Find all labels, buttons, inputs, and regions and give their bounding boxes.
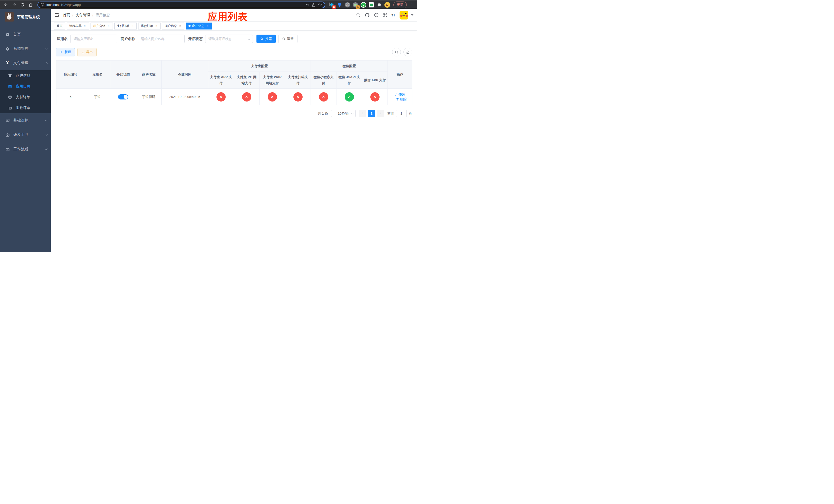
browser-update-button[interactable]: 更新: [393, 2, 407, 8]
edit-link[interactable]: 修改: [395, 92, 405, 97]
extension-chat-icon[interactable]: [369, 2, 374, 8]
page-size-select[interactable]: 10条/页: [331, 110, 356, 117]
tag-home[interactable]: 首页: [54, 23, 65, 29]
add-button[interactable]: 新增: [56, 48, 75, 56]
close-icon[interactable]: ×: [155, 24, 158, 28]
sidebar-item-infra[interactable]: 基础设施: [0, 113, 51, 128]
sidebar-item-merchant-info[interactable]: 商户信息: [0, 70, 51, 81]
fullscreen-icon[interactable]: [383, 13, 388, 18]
close-icon[interactable]: ×: [131, 24, 134, 28]
extensions-puzzle-icon[interactable]: [376, 2, 382, 8]
tag-refund-order[interactable]: 退款订单×: [138, 23, 160, 29]
app-name-input[interactable]: [70, 35, 117, 43]
extension-command-icon[interactable]: ⌘: [345, 2, 350, 8]
sidebar-item-system[interactable]: 系统管理: [0, 42, 51, 56]
toggle-search-button[interactable]: [392, 48, 401, 56]
next-page-button[interactable]: [377, 110, 384, 117]
breadcrumb-home[interactable]: 首页: [63, 13, 70, 18]
merchant-name-input[interactable]: [138, 35, 185, 43]
user-avatar[interactable]: [399, 11, 408, 20]
grid-icon: [8, 84, 12, 88]
tag-label: 应用信息: [192, 24, 204, 28]
cross-status-icon[interactable]: ×: [268, 92, 277, 101]
tag-label: 退款订单: [141, 24, 153, 28]
sidebar-label-app-info: 应用信息: [16, 84, 30, 89]
sidebar-item-home[interactable]: 首页: [0, 27, 51, 42]
delete-label: 删除: [400, 97, 407, 101]
goto-page-input[interactable]: [396, 110, 407, 117]
share-icon[interactable]: [312, 3, 316, 7]
cross-status-icon[interactable]: ×: [370, 92, 379, 101]
status-toggle[interactable]: [118, 94, 128, 99]
avatar-caret-icon[interactable]: [411, 14, 413, 16]
extension-gem-icon[interactable]: [337, 2, 343, 8]
extension-tray-icon[interactable]: 1: [353, 2, 358, 8]
help-icon[interactable]: [374, 13, 379, 18]
cell-wx-jsapi: ✓: [336, 89, 362, 105]
extension-y-icon[interactable]: y: [360, 2, 366, 8]
tag-user-group[interactable]: 用户分组×: [90, 23, 113, 29]
sidebar-item-refund-order[interactable]: 退款订单: [0, 102, 51, 113]
sidebar-label-home: 首页: [13, 32, 47, 37]
tag-app-info[interactable]: 应用信息×: [186, 23, 212, 29]
page-1-button[interactable]: 1: [368, 110, 375, 117]
sidebar-item-app-info[interactable]: 应用信息: [0, 81, 51, 92]
extension-tiles-icon[interactable]: 10: [329, 2, 334, 8]
forward-icon[interactable]: [11, 2, 18, 8]
font-size-icon[interactable]: TT: [392, 13, 395, 17]
cross-status-icon[interactable]: ×: [319, 92, 328, 101]
navbar: 首页 / 支付管理 / 应用信息 TT: [51, 9, 417, 22]
sidebar-label-pay-order: 支付订单: [16, 95, 30, 99]
sidebar-item-pay-order[interactable]: 支付订单: [0, 92, 51, 102]
sidebar-item-payment[interactable]: ¥ 支付管理: [0, 56, 51, 70]
tag-pay-order[interactable]: 支付订单×: [114, 23, 137, 29]
reset-button[interactable]: 重置: [278, 35, 298, 43]
export-button[interactable]: 导出: [78, 48, 97, 56]
status-select[interactable]: 请选择开启状态: [205, 35, 253, 43]
search-button[interactable]: 搜索: [257, 35, 276, 43]
delete-link[interactable]: 删除: [396, 97, 407, 101]
toolbox-icon: [5, 133, 10, 137]
sidebar-item-workflow[interactable]: 工作流程: [0, 142, 51, 156]
col-created: 创建时间: [161, 61, 208, 89]
home-icon[interactable]: [27, 2, 34, 8]
chevron-down-icon: [351, 112, 353, 114]
browser-menu-icon[interactable]: ⋮: [410, 3, 414, 7]
back-icon[interactable]: [3, 2, 9, 8]
close-icon[interactable]: ×: [107, 24, 110, 28]
tag-merchant-info[interactable]: 商户信息×: [162, 23, 184, 29]
sidebar-item-dev-tools[interactable]: 研发工具: [0, 128, 51, 142]
check-status-icon[interactable]: ✓: [345, 92, 354, 101]
browser-profile-avatar[interactable]: [385, 2, 390, 8]
trash-icon: [396, 98, 399, 101]
cross-status-icon[interactable]: ×: [242, 92, 251, 101]
logo-row[interactable]: 芋道管理系统: [0, 9, 51, 25]
reload-icon[interactable]: [19, 2, 26, 8]
sidebar-collapse-icon[interactable]: [54, 13, 59, 18]
close-icon[interactable]: ×: [206, 24, 209, 28]
goto-prefix: 前往: [387, 111, 394, 116]
address-bar[interactable]: localhost:1024/pay/app: [38, 2, 325, 8]
prev-page-button[interactable]: [359, 110, 366, 117]
close-icon[interactable]: ×: [83, 24, 86, 28]
search-icon[interactable]: [356, 13, 360, 18]
table-row: 6 芋道 芋道源码 2021-10-23 08:49:25 × × × × × …: [57, 89, 412, 105]
cross-status-icon[interactable]: ×: [293, 92, 303, 101]
site-info-icon[interactable]: [41, 3, 44, 7]
bookmark-star-icon[interactable]: [318, 3, 322, 7]
close-icon[interactable]: ×: [178, 24, 182, 28]
reset-button-label: 重置: [287, 37, 294, 41]
page-content: 应用名 商户名称 开启状态 请选择开启状态 搜索 重置: [51, 30, 417, 252]
cell-app-name: 芋道: [85, 89, 110, 105]
cell-alipay-pc: ×: [234, 89, 260, 105]
tag-process-form[interactable]: 流程表单×: [67, 23, 89, 29]
refresh-table-button[interactable]: [403, 48, 412, 56]
password-key-icon[interactable]: [305, 3, 310, 7]
navbar-actions: TT: [356, 11, 413, 20]
col-merchant: 商户名称: [136, 61, 161, 89]
breadcrumb-payment[interactable]: 支付管理: [76, 13, 90, 18]
github-icon[interactable]: [365, 13, 370, 18]
cross-status-icon[interactable]: ×: [216, 92, 226, 101]
logo-image: [5, 12, 14, 22]
tags-view-bar: 首页 流程表单× 用户分组× 支付订单× 退款订单× 商户信息× 应用信息×: [51, 22, 417, 30]
